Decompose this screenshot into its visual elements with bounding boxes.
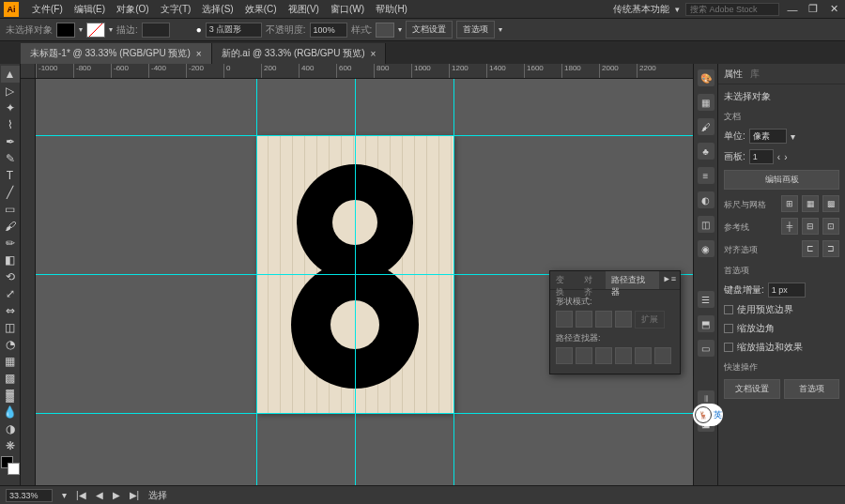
type-tool[interactable]: T [1,167,20,184]
guide-v[interactable] [453,79,454,485]
restore-button[interactable]: ❐ [806,3,821,16]
workspace-switcher[interactable]: 传统基本功能 [613,3,669,16]
show-guides-icon[interactable]: ╪ [781,218,798,235]
appearance-icon[interactable]: ◉ [698,240,714,257]
menu-edit[interactable]: 编辑(E) [69,3,111,16]
menu-object[interactable]: 对象(O) [111,3,154,16]
stroke-icon[interactable]: ≡ [698,167,714,184]
gradient-tool[interactable]: ▓ [1,387,20,404]
tab-close-icon[interactable]: × [371,49,376,59]
minimize-button[interactable]: — [785,3,800,16]
minus-back-icon[interactable] [654,347,671,364]
doc-tab-1[interactable]: 未标题-1* @ 33.33% (RGB/GPU 预览) × [21,43,212,64]
fill-swatch[interactable] [56,23,75,38]
nav-next-icon[interactable]: ▶ [113,490,120,500]
menu-type[interactable]: 文字(T) [155,3,197,16]
menu-view[interactable]: 视图(V) [283,3,325,16]
horizontal-ruler[interactable]: -1000-800-600-400-2000200400600800100012… [36,64,693,79]
search-input[interactable] [685,3,779,16]
crop-icon[interactable] [615,347,632,364]
stroke-color[interactable] [8,463,20,475]
smart-guides-icon[interactable]: ⊡ [822,218,839,235]
gradient-icon[interactable]: ◐ [698,191,714,208]
close-button[interactable]: ✕ [826,3,841,16]
unite-icon[interactable] [556,311,573,328]
stroke-weight-input[interactable] [142,23,170,38]
vertical-ruler[interactable] [21,79,36,485]
lasso-tool[interactable]: ⌇ [1,116,20,133]
graphic-style[interactable] [376,23,394,38]
merge-icon[interactable] [595,347,612,364]
menu-effect[interactable]: 效果(C) [239,3,283,16]
quick-doc-setup-button[interactable]: 文档设置 [724,379,780,399]
menu-window[interactable]: 窗口(W) [325,3,370,16]
intersect-icon[interactable] [595,311,612,328]
guide-h[interactable] [36,413,693,414]
snap-pixel-icon[interactable]: ⊏ [802,240,819,257]
ruler-icon[interactable]: ⊞ [781,195,798,212]
artboard-input[interactable] [749,149,774,164]
edit-artboard-button[interactable]: 编辑画板 [724,170,839,190]
guide-v[interactable] [256,79,257,485]
mesh-tool[interactable]: ▩ [1,370,20,387]
rectangle-tool[interactable]: ▭ [1,201,20,218]
scale-tool[interactable]: ⤢ [1,285,20,302]
width-tool[interactable]: ⇔ [1,302,20,319]
fill-stroke-control[interactable] [1,456,20,475]
rotate-tool[interactable]: ⟲ [1,268,20,285]
exclude-icon[interactable] [615,311,632,328]
blend-tool[interactable]: ◑ [1,420,20,437]
eyedropper-tool[interactable]: 💧 [1,404,20,420]
guide-h[interactable] [36,135,693,136]
tab-transform[interactable]: 变换 [550,271,578,289]
chk-preview-bounds[interactable]: 使用预览边界 [724,303,839,316]
doc-setup-button[interactable]: 文档设置 [406,21,453,38]
nav-last-icon[interactable]: ▶| [130,490,140,500]
symbol-sprayer-tool[interactable]: ❋ [1,437,20,454]
swatches-icon[interactable]: ▦ [698,94,714,111]
quick-prefs-button[interactable]: 首选项 [784,379,840,399]
lock-guides-icon[interactable]: ⊟ [802,218,819,235]
trim-icon[interactable] [576,347,592,364]
magic-wand-tool[interactable]: ✦ [1,99,20,116]
minus-front-icon[interactable] [576,311,592,328]
pathfinder-panel[interactable]: 变换 对齐 路径查找器 ►≡ 形状模式: 扩展 路径查找器: [549,270,681,374]
brushes-icon[interactable]: 🖌 [698,118,714,135]
transparency-grid-icon[interactable]: ▩ [822,195,839,212]
guide-v[interactable] [355,79,356,485]
color-icon[interactable]: 🎨 [698,69,714,86]
menu-help[interactable]: 帮助(H) [370,3,413,16]
prev-artboard-icon[interactable]: ‹ [777,152,780,162]
divide-icon[interactable] [556,347,573,364]
tab-align[interactable]: 对齐 [578,271,607,289]
transparency-icon[interactable]: ◫ [698,216,714,233]
selection-tool[interactable]: ▲ [1,66,20,83]
next-artboard-icon[interactable]: › [784,152,787,162]
unit-select[interactable] [749,129,787,144]
tab-close-icon[interactable]: × [196,49,202,59]
chk-scale-corners[interactable]: 缩放边角 [724,322,839,335]
prefs-button[interactable]: 首选项 [456,21,495,38]
line-tool[interactable]: ╱ [1,184,20,201]
menu-file[interactable]: 文件(F) [26,3,69,16]
pen-tool[interactable]: ✒ [1,133,20,150]
curvature-tool[interactable]: ✎ [1,150,20,167]
tab-pathfinder[interactable]: 路径查找器 [606,271,658,289]
eraser-tool[interactable]: ◧ [1,252,20,268]
stroke-profile[interactable] [206,23,262,38]
asset-export-icon[interactable]: ⬒ [698,315,714,332]
ruler-origin[interactable] [21,64,36,79]
free-transform-tool[interactable]: ◫ [1,319,20,336]
nav-first-icon[interactable]: |◀ [76,490,86,500]
grid-icon[interactable]: ▦ [802,195,819,212]
nav-prev-icon[interactable]: ◀ [96,490,103,500]
artboards-icon[interactable]: ▭ [698,340,714,357]
panel-menu-icon[interactable]: ►≡ [659,271,680,289]
symbols-icon[interactable]: ♣ [698,143,714,160]
pencil-tool[interactable]: ✏ [1,235,20,252]
tab-libraries[interactable]: 库 [750,68,760,81]
layers-icon[interactable]: ☰ [698,291,714,308]
ime-indicator[interactable]: 🦌 英 [693,404,723,426]
paintbrush-tool[interactable]: 🖌 [1,218,20,235]
tab-properties[interactable]: 属性 [724,68,743,81]
